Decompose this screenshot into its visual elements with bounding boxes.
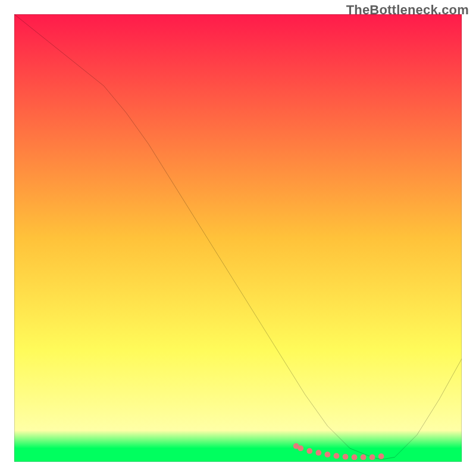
chart-background	[14, 14, 462, 462]
bottleneck-marker	[352, 455, 358, 461]
watermark-text: TheBottleneck.com	[346, 2, 469, 18]
bottleneck-marker	[298, 446, 303, 452]
bottleneck-marker	[361, 455, 367, 461]
bottleneck-marker	[306, 448, 312, 454]
chart-container: TheBottleneck.com	[0, 0, 476, 476]
bottleneck-marker	[378, 453, 384, 459]
bottleneck-marker	[325, 452, 331, 458]
bottleneck-marker	[315, 450, 321, 456]
bottleneck-marker	[334, 453, 340, 459]
bottleneck-marker	[343, 454, 349, 460]
bottleneck-chart	[14, 14, 462, 462]
bottleneck-marker	[369, 455, 375, 461]
